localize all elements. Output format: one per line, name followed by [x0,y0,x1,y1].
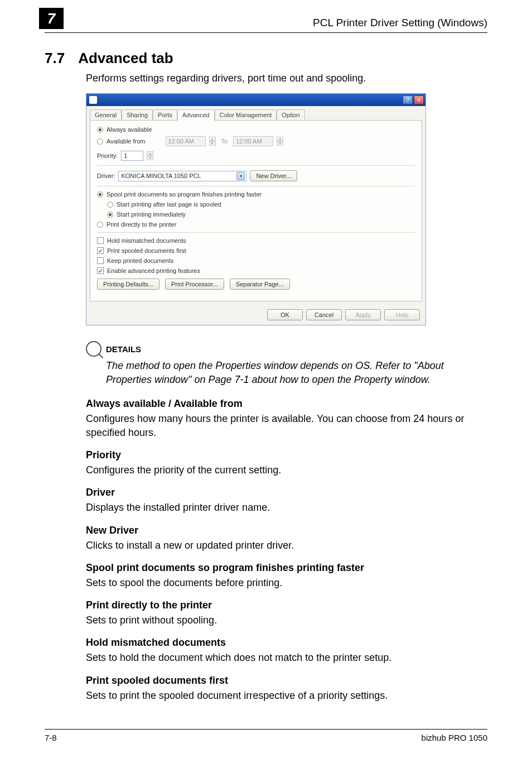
tab-color-management[interactable]: Color Management [215,109,277,120]
details-heading: DETAILS [106,344,141,354]
time-to-input[interactable]: 12:00 AM [233,136,273,146]
printing-defaults-button[interactable]: Printing Defaults... [97,279,159,290]
advanced-tab-pane: Always available Available from 12:00 AM… [90,120,422,301]
def-desc: Sets to spool the documents before print… [86,576,487,589]
keep-printed-label: Keep printed documents [107,257,173,264]
start-after-last-radio[interactable] [107,202,113,208]
dialog-titlebar: ? × [86,94,425,106]
driver-label: Driver: [97,172,115,179]
def-term: Always available / Available from [86,398,487,410]
start-after-last-label: Start printing after last page is spoole… [117,201,221,208]
tabs-row: General Sharing Ports Advanced Color Man… [86,106,425,120]
tab-sharing[interactable]: Sharing [122,109,153,120]
available-from-label: Available from [107,138,146,145]
hold-mismatched-label: Hold mismatched documents [107,237,186,244]
details-text: The method to open the Properties window… [106,359,487,387]
tab-ports[interactable]: Ports [153,109,177,120]
footer-product: bizhub PRO 1050 [422,733,487,742]
enable-advanced-checkbox[interactable] [97,267,104,274]
keep-printed-checkbox[interactable] [97,257,104,264]
tab-option[interactable]: Option [277,109,304,120]
cancel-button[interactable]: Cancel [306,309,342,320]
definitions-list: Always available / Available from Config… [86,398,487,702]
tab-general[interactable]: General [90,109,122,120]
def-desc: Sets to print without spooling. [86,613,487,627]
time-from-spinner[interactable]: ▲▼ [209,137,216,146]
start-immediately-radio[interactable] [107,212,113,218]
time-to-spinner[interactable]: ▲▼ [277,137,283,146]
page-footer: 7-8 bizhub PRO 1050 [45,729,487,742]
tab-advanced[interactable]: Advanced [177,109,215,121]
def-desc: Clicks to install a new or updated print… [86,539,487,552]
help-button[interactable]: Help [384,309,420,320]
printer-icon [89,96,97,104]
priority-label: Priority: [97,152,118,159]
section-title: Advanced tab [78,50,173,67]
def-term: Priority [86,449,487,461]
def-desc: Displays the installed printer driver na… [86,501,487,514]
section-number: 7.7 [45,50,65,67]
def-desc: Configures how many hours the printer is… [86,412,487,439]
print-directly-radio[interactable] [97,222,103,228]
properties-dialog: ? × General Sharing Ports Advanced Color… [86,93,426,325]
def-term: Driver [86,487,487,498]
driver-value: KONICA MINOLTA 1050 PCL [121,172,201,179]
always-available-radio[interactable] [97,127,103,133]
dialog-footer: OK Cancel Apply Help [86,305,425,325]
spool-label: Spool print documents so program finishe… [107,191,262,198]
start-immediately-label: Start printing immediately [117,211,186,218]
chapter-badge: 7 [39,8,64,29]
print-spooled-first-label: Print spooled documents first [107,247,186,254]
separator-page-button[interactable]: Separator Page... [230,279,290,290]
ok-button[interactable]: OK [267,309,303,320]
magnifier-icon [86,341,101,357]
titlebar-help-icon[interactable]: ? [403,95,413,104]
spool-radio[interactable] [97,191,103,198]
driver-select[interactable]: KONICA MINOLTA 1050 PCL ▾ [118,171,246,181]
to-label: To [221,138,228,145]
print-processor-button[interactable]: Print Processor... [165,279,224,290]
footer-page-number: 7-8 [45,733,57,742]
section-intro: Performs settings regarding drivers, por… [86,73,487,84]
details-callout: DETAILS The method to open the Propertie… [86,341,487,387]
hold-mismatched-checkbox[interactable] [97,237,104,244]
divider [97,232,415,233]
def-desc: Configures the priority of the current s… [86,463,487,477]
always-available-label: Always available [107,126,152,133]
def-term: Print spooled documents first [86,675,487,687]
chevron-down-icon: ▾ [236,172,245,180]
new-driver-button[interactable]: New Driver... [250,170,297,181]
enable-advanced-label: Enable advanced printing features [107,267,200,274]
print-spooled-first-checkbox[interactable] [97,247,104,254]
available-from-radio[interactable] [97,138,103,145]
titlebar-close-icon[interactable]: × [414,95,424,104]
def-desc: Sets to print the spooled document irres… [86,689,487,702]
def-term: Print directly to the printer [86,599,487,611]
apply-button[interactable]: Apply [345,309,381,320]
def-term: New Driver [86,525,487,536]
divider [97,186,415,186]
time-from-input[interactable]: 12:00 AM [166,136,206,146]
page-header-title: PCL Printer Driver Setting (Windows) [45,11,487,33]
print-directly-label: Print directly to the printer [107,221,176,228]
priority-input[interactable]: 1 [121,151,143,161]
priority-spinner[interactable]: ▲▼ [147,151,153,160]
def-desc: Sets to hold the document which does not… [86,651,487,664]
def-term: Hold mismatched documents [86,637,487,649]
divider [97,165,415,166]
def-term: Spool print documents so program finishe… [86,562,487,574]
